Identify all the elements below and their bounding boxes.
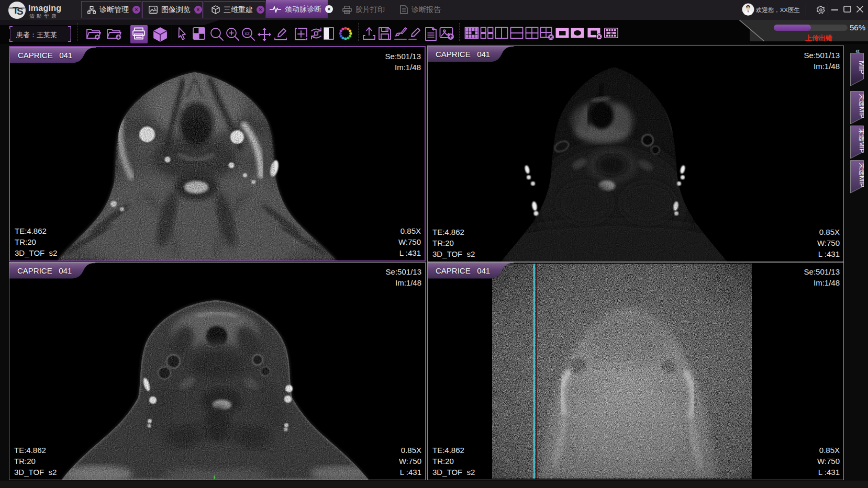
svg-text:未选MIP: 未选MIP — [858, 128, 864, 153]
svg-text:未选MIP: 未选MIP — [858, 163, 864, 187]
svg-text:MIP: MIP — [858, 61, 864, 74]
svg-text:未选MIP: 未选MIP — [858, 94, 864, 118]
